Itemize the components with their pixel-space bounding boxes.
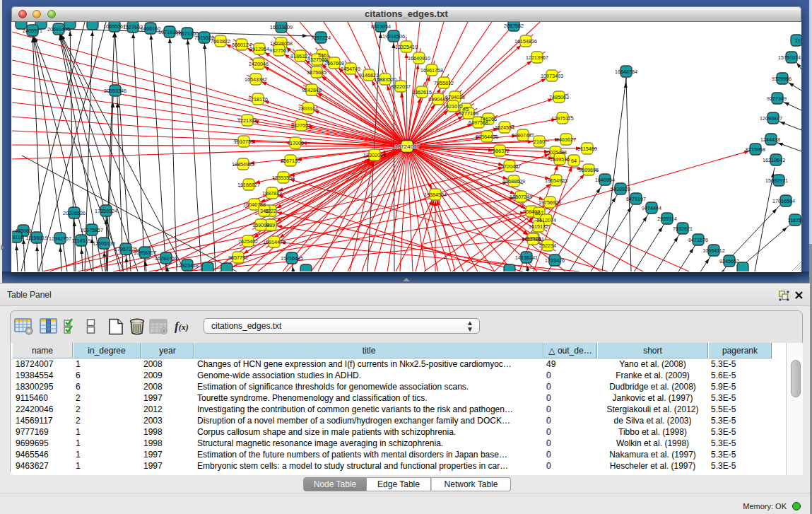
svg-text:2935114: 2935114 — [657, 216, 676, 222]
svg-text:2420046: 2420046 — [249, 61, 269, 67]
svg-text:7625402: 7625402 — [238, 238, 258, 245]
svg-text:20691406: 20691406 — [47, 26, 70, 33]
svg-text:16210643: 16210643 — [763, 157, 785, 163]
svg-text:10807487: 10807487 — [512, 132, 534, 139]
svg-text:16046788: 16046788 — [243, 201, 266, 208]
svg-text:7955812: 7955812 — [434, 80, 454, 86]
svg-text:16648784: 16648784 — [615, 69, 637, 75]
svg-text:16914479: 16914479 — [263, 239, 286, 245]
svg-text:14524851: 14524851 — [522, 236, 544, 243]
svg-text:9474444: 9474444 — [642, 205, 661, 211]
svg-text:1362615: 1362615 — [412, 89, 432, 95]
svg-text:3912954: 3912954 — [249, 46, 269, 52]
svg-text:3624554: 3624554 — [495, 124, 514, 131]
svg-text:15692971: 15692971 — [765, 177, 788, 184]
svg-text:8454749: 8454749 — [341, 66, 360, 72]
svg-text:19756928: 19756928 — [539, 199, 561, 206]
svg-text:16154836: 16154836 — [514, 38, 537, 45]
svg-text:14136141: 14136141 — [515, 255, 538, 261]
svg-text:13325419: 13325419 — [395, 44, 418, 50]
svg-text:15751074: 15751074 — [778, 54, 801, 61]
svg-text:12353594: 12353594 — [272, 175, 295, 181]
svg-text:1527602: 1527602 — [123, 24, 143, 30]
svg-text:10975857: 10975857 — [81, 227, 103, 233]
svg-text:252234: 252234 — [539, 243, 556, 249]
svg-text:1117: 1117 — [795, 37, 801, 44]
svg-text:17016504: 17016504 — [772, 198, 795, 204]
svg-text:9329966: 9329966 — [772, 76, 792, 82]
svg-text:9245652: 9245652 — [719, 258, 739, 264]
svg-text:6794028: 6794028 — [445, 94, 465, 100]
svg-text:10654112: 10654112 — [702, 247, 724, 254]
svg-text:15883520: 15883520 — [374, 76, 396, 83]
svg-text:8427552: 8427552 — [291, 122, 311, 129]
svg-text:159099: 159099 — [252, 222, 269, 228]
svg-text:2718176: 2718176 — [248, 96, 268, 103]
svg-text:10958107: 10958107 — [134, 250, 156, 256]
svg-text:6479197: 6479197 — [626, 196, 646, 202]
svg-text:6466160: 6466160 — [141, 25, 160, 32]
svg-text:20053346: 20053346 — [104, 88, 126, 94]
svg-text:18724007: 18724007 — [394, 144, 420, 150]
svg-text:15716485: 15716485 — [281, 255, 303, 262]
svg-text:7632621: 7632621 — [673, 226, 693, 232]
svg-text:417006: 417006 — [287, 140, 304, 146]
svg-text:1640954: 1640954 — [595, 177, 615, 183]
svg-text:12342757: 12342757 — [49, 235, 71, 242]
svg-text:12505135: 12505135 — [93, 240, 115, 247]
svg-text:7663822: 7663822 — [211, 38, 230, 45]
svg-text:7986372: 7986372 — [490, 148, 510, 154]
svg-text:19218506: 19218506 — [382, 33, 405, 40]
svg-text:8471676: 8471676 — [688, 237, 708, 243]
svg-text:9227349: 9227349 — [767, 95, 787, 102]
svg-text:10973493: 10973493 — [541, 73, 563, 79]
svg-text:8660124: 8660124 — [232, 42, 252, 48]
svg-text:39119: 39119 — [12, 234, 23, 240]
svg-text:1221338: 1221338 — [237, 117, 257, 124]
svg-text:10688609: 10688609 — [502, 178, 525, 185]
svg-text:7485063: 7485063 — [549, 94, 569, 100]
svg-text:8813054: 8813054 — [371, 23, 391, 30]
svg-text:20206536: 20206536 — [63, 210, 86, 216]
svg-text:2160: 2160 — [534, 139, 545, 145]
svg-text:116753: 116753 — [788, 217, 801, 223]
svg-text:15720407: 15720407 — [498, 163, 521, 170]
svg-text:1244418: 1244418 — [760, 136, 780, 143]
svg-text:16543382: 16543382 — [245, 76, 267, 83]
svg-text:18807249: 18807249 — [510, 194, 532, 200]
svg-text:18226058: 18226058 — [270, 40, 293, 47]
svg-text:12975115: 12975115 — [551, 115, 573, 122]
svg-text:11156819: 11156819 — [26, 235, 48, 241]
svg-text:9463627: 9463627 — [556, 136, 576, 143]
svg-text:1733426: 1733426 — [545, 257, 565, 264]
svg-text:8267130: 8267130 — [281, 158, 300, 164]
svg-text:20364436: 20364436 — [476, 134, 498, 140]
svg-text:19654923: 19654923 — [545, 177, 567, 184]
svg-text:19166827: 19166827 — [237, 182, 260, 188]
svg-text:8215958: 8215958 — [746, 146, 765, 153]
svg-text:1612074: 1612074 — [536, 217, 556, 223]
svg-text:19384554: 19384554 — [424, 192, 447, 198]
svg-text:9242848: 9242848 — [302, 87, 322, 93]
svg-text:9777169: 9777169 — [459, 110, 478, 117]
svg-text:16961758: 16961758 — [420, 67, 443, 74]
svg-text:3875685: 3875685 — [307, 69, 326, 76]
svg-text:7357224: 7357224 — [311, 35, 331, 41]
svg-text:2405571: 2405571 — [23, 28, 42, 34]
svg-text:1615132: 1615132 — [529, 223, 548, 230]
svg-text:10025488: 10025488 — [544, 149, 567, 156]
svg-text:1887833: 1887833 — [262, 190, 282, 197]
svg-text:6497568: 6497568 — [469, 119, 488, 126]
svg-text:12213967: 12213967 — [526, 54, 548, 61]
svg-text:16640910: 16640910 — [408, 55, 430, 62]
svg-text:17359924: 17359924 — [95, 208, 117, 214]
svg-text:64: 64 — [571, 158, 577, 164]
svg-text:12923448: 12923448 — [176, 262, 199, 269]
svg-text:5938928: 5938928 — [611, 186, 630, 192]
svg-text:1621072: 1621072 — [443, 103, 463, 110]
svg-text:2803144: 2803144 — [298, 105, 318, 112]
svg-text:9857791: 9857791 — [228, 255, 248, 261]
svg-text:349: 349 — [260, 208, 269, 214]
svg-text:2087682: 2087682 — [504, 23, 524, 29]
svg-text:9115460: 9115460 — [577, 146, 596, 152]
